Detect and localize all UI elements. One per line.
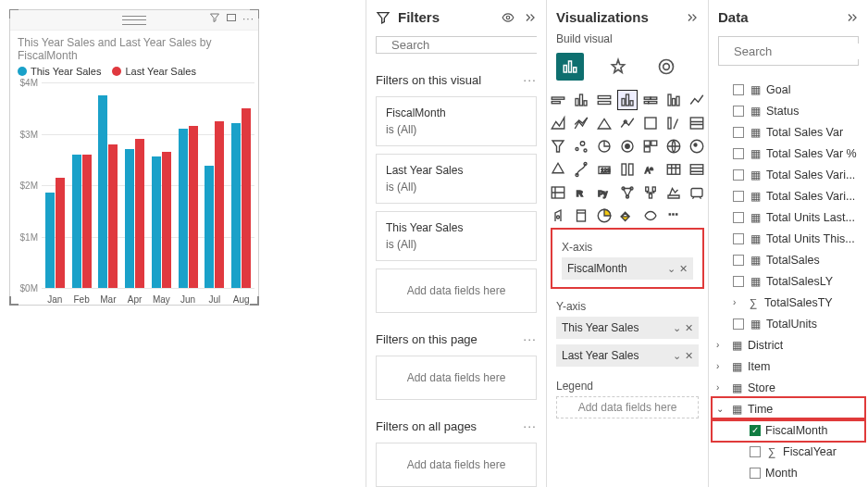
visual-type-icon[interactable]	[687, 136, 707, 156]
field-row[interactable]: ▦Total Sales Var	[713, 121, 864, 143]
add-all-pages-filter-placeholder[interactable]: Add data fields here	[376, 443, 537, 487]
visual-type-icon[interactable]: Aª	[640, 159, 661, 180]
collapse-pane-icon[interactable]	[846, 11, 859, 24]
field-row[interactable]: ▦Total Sales Vari...	[713, 164, 864, 185]
visual-type-icon[interactable]	[663, 136, 684, 156]
visual-type-icon[interactable]	[663, 113, 684, 133]
visual-type-icon[interactable]	[617, 113, 638, 133]
more-options-icon[interactable]: ···	[242, 12, 254, 25]
field-row[interactable]: ▦Total Sales Vari...	[713, 185, 864, 206]
visual-type-icon[interactable]	[548, 206, 568, 226]
filter-card[interactable]: This Year Salesis (All)	[376, 211, 537, 261]
visual-type-icon[interactable]	[571, 206, 591, 226]
visual-type-icon[interactable]	[548, 113, 568, 133]
format-visual-tab[interactable]	[604, 53, 632, 81]
visual-type-icon[interactable]	[617, 90, 638, 110]
filters-search-input[interactable]	[390, 37, 549, 53]
field-checkbox[interactable]	[733, 276, 744, 287]
filter-card[interactable]: FiscalMonthis (All)	[376, 96, 537, 146]
collapse-pane-icon[interactable]	[524, 11, 537, 24]
bar[interactable]	[98, 95, 107, 288]
visual-type-icon[interactable]	[617, 136, 638, 156]
bar[interactable]	[215, 121, 224, 288]
field-row[interactable]: ›▦Store	[713, 377, 864, 398]
field-row[interactable]: ▦TotalSalesLY	[713, 270, 864, 292]
bar[interactable]	[162, 152, 171, 288]
field-row[interactable]: ›▦District	[713, 334, 864, 356]
field-checkbox[interactable]	[733, 148, 744, 159]
visual-type-icon[interactable]	[548, 90, 568, 110]
field-row[interactable]: ▦Total Units Last...	[713, 206, 864, 228]
field-checkbox[interactable]	[733, 233, 744, 244]
visual-type-icon[interactable]	[687, 159, 707, 180]
bar[interactable]	[152, 156, 161, 288]
field-checkbox[interactable]	[733, 106, 744, 117]
field-checkbox[interactable]	[733, 255, 744, 266]
xaxis-field-pill[interactable]: FiscalMonth ⌄✕	[562, 257, 693, 280]
field-checkbox[interactable]: ✓	[750, 425, 761, 436]
field-checkbox[interactable]	[733, 127, 744, 138]
visual-drag-handle[interactable]: ···	[10, 10, 258, 31]
visual-type-icon[interactable]	[571, 90, 591, 110]
bar[interactable]	[125, 149, 134, 288]
field-checkbox[interactable]	[733, 84, 744, 95]
analytics-tab[interactable]	[652, 53, 680, 81]
bar[interactable]	[189, 126, 198, 288]
visual-type-icon[interactable]	[640, 90, 661, 110]
visual-type-icon[interactable]	[663, 90, 684, 110]
remove-field-icon[interactable]: ✕	[685, 350, 693, 362]
data-search[interactable]	[718, 36, 859, 66]
visual-type-icon[interactable]	[594, 113, 614, 133]
field-checkbox[interactable]	[733, 191, 744, 202]
visual-type-icon[interactable]: ⋯	[663, 206, 684, 226]
field-checkbox[interactable]	[733, 318, 744, 330]
field-row[interactable]: ▦Total Sales Var %	[713, 143, 864, 164]
field-checkbox[interactable]	[750, 468, 761, 479]
expander-icon[interactable]: ›	[716, 361, 725, 371]
bar[interactable]	[231, 123, 241, 288]
visual-type-icon[interactable]: ⬙	[617, 206, 638, 226]
bar[interactable]	[82, 155, 92, 288]
visual-type-icon[interactable]: 123	[594, 159, 614, 180]
chevron-down-icon[interactable]: ⌄	[667, 263, 676, 275]
visual-type-icon[interactable]	[548, 182, 568, 203]
section-more-icon[interactable]: ···	[523, 331, 537, 346]
visual-type-icon[interactable]	[548, 136, 568, 156]
report-canvas[interactable]: ··· This Year Sales and Last Year Sales …	[0, 0, 366, 487]
visual-type-icon[interactable]	[548, 159, 568, 180]
field-row[interactable]: ▦Total Units This...	[713, 228, 864, 249]
visual-type-icon[interactable]	[663, 182, 684, 203]
data-search-input[interactable]	[732, 44, 868, 59]
remove-field-icon[interactable]: ✕	[685, 322, 693, 334]
bar[interactable]	[108, 144, 118, 288]
legend-placeholder[interactable]: Add data fields here	[556, 396, 699, 418]
field-row[interactable]: ▦Status	[713, 100, 864, 121]
field-row[interactable]: ▦TotalSales	[713, 249, 864, 270]
field-row[interactable]: ▦TotalUnits	[713, 313, 864, 334]
visual-type-icon[interactable]	[594, 136, 614, 156]
field-row[interactable]: ›▦Item	[713, 356, 864, 377]
field-row[interactable]: ▦Goal	[713, 79, 864, 100]
field-row[interactable]: ∑FiscalYear	[713, 441, 864, 462]
visual-type-icon[interactable]	[640, 206, 661, 226]
visual-type-icon[interactable]	[571, 159, 591, 180]
filters-search[interactable]	[376, 36, 537, 54]
visual-type-icon[interactable]	[594, 206, 614, 226]
field-row[interactable]: Month	[713, 462, 864, 483]
yaxis-field-pill[interactable]: This Year Sales ⌄✕	[556, 317, 699, 339]
section-more-icon[interactable]: ···	[523, 72, 537, 87]
add-visual-filter-placeholder[interactable]: Add data fields here	[376, 268, 537, 313]
chevron-down-icon[interactable]: ⌄	[673, 322, 681, 334]
field-checkbox[interactable]	[750, 446, 761, 457]
expander-icon[interactable]: ⌄	[716, 404, 725, 414]
visual-type-icon[interactable]	[617, 159, 638, 180]
show-hide-icon[interactable]	[502, 11, 515, 24]
visual-type-icon[interactable]	[571, 136, 591, 156]
filter-icon[interactable]	[209, 12, 220, 25]
field-row[interactable]: ›∑TotalSalesTY	[713, 292, 864, 313]
chart-plot-area[interactable]: $0M$1M$2M$3M$4MJanFebMarAprMayJunJulAug	[10, 82, 258, 305]
expander-icon[interactable]: ›	[733, 297, 742, 307]
bar[interactable]	[242, 108, 251, 288]
focus-mode-icon[interactable]	[226, 12, 237, 25]
field-checkbox[interactable]	[733, 212, 744, 223]
